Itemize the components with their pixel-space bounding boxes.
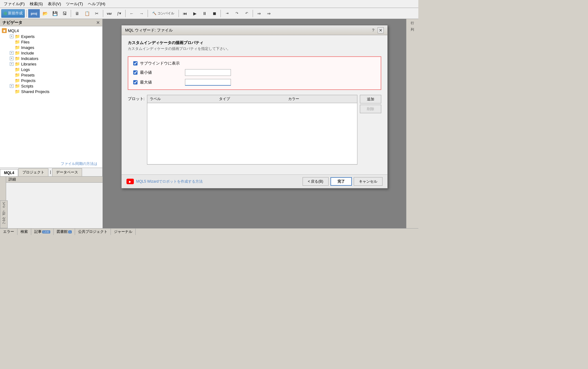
tree-item-libraries[interactable]: + 📁 Libraries: [0, 61, 102, 67]
expand-include-icon[interactable]: +: [10, 51, 13, 55]
plot-table-body: [147, 103, 357, 164]
back-button[interactable]: ←: [127, 9, 136, 18]
save-button[interactable]: 💾: [50, 9, 59, 18]
mql4-icon: ◆: [2, 28, 7, 33]
tree-label-files: Files: [21, 40, 29, 44]
modal-overlay: MQL ウィザード: ファイル ? ✕ カスタムインディケータの描画プロパティ …: [103, 19, 406, 228]
tree-item-indicators[interactable]: + 📁 Indicators: [0, 56, 102, 61]
compile-button[interactable]: 🔨 コンパイル: [149, 9, 177, 18]
tree-item-presets[interactable]: 📁 Presets: [0, 72, 102, 78]
toolbar-sep-2: [71, 10, 71, 17]
modal-help-button[interactable]: ?: [370, 27, 376, 33]
menu-help[interactable]: ヘルプ(H): [85, 1, 108, 7]
subwindow-checkbox[interactable]: [133, 61, 138, 65]
modal-desc-sub: カスタムインディケータの描画プロパティを指定して下さい。: [128, 46, 381, 51]
back-button[interactable]: < 戻る(B): [303, 177, 328, 186]
pause-button[interactable]: ⏸: [200, 9, 209, 18]
tree-label-shared-projects: Shared Projects: [21, 89, 50, 94]
status-tab-public-projects[interactable]: 公共プロジェクト: [75, 229, 111, 235]
step-over-button[interactable]: ↷: [232, 9, 241, 18]
play-button[interactable]: ▶: [190, 9, 199, 18]
navigator-tree: ◆ MQL4 + 📁 Experts 📁 Files: [0, 26, 102, 160]
menu-search[interactable]: 検索(S): [27, 1, 45, 7]
finish-button[interactable]: 完了: [330, 177, 352, 186]
tree-item-logs[interactable]: 📁 Logs: [0, 67, 102, 72]
edit2-button[interactable]: 📋: [82, 9, 92, 18]
main-layout: ナビゲータ ✕ ◆ MQL4 + 📁 Experts: [0, 19, 418, 228]
wizard-link[interactable]: ▶ MQL5 Wizardでロボットを作成する方法: [126, 179, 203, 184]
stop-button[interactable]: ⏹: [210, 9, 219, 18]
modal-close-button[interactable]: ✕: [378, 27, 384, 33]
navigator-bottom-tabs: MQL4 プロジェクト | データベース: [0, 168, 102, 176]
tree-item-include[interactable]: + 📁 Include: [0, 50, 102, 56]
min-value-input[interactable]: [185, 69, 231, 76]
modal-highlight-section: サブウインドウに表示 最小値 最大値: [128, 56, 381, 90]
modal-footer-buttons: < 戻る(B) 完了 キャンセル: [303, 177, 382, 186]
menu-tools[interactable]: ツール(T): [63, 1, 85, 7]
folder-projects-icon: 📁: [15, 78, 20, 83]
status-tab-articles[interactable]: 記事 1330: [31, 229, 54, 235]
status-tab-library[interactable]: 図書館 1: [54, 229, 75, 235]
save-all-button[interactable]: 🖫: [60, 9, 69, 18]
plot-table-container: ラベル タイプ カラー: [147, 95, 357, 165]
toolbar-sep-3: [103, 10, 103, 17]
open-button[interactable]: proj: [28, 9, 40, 18]
nav1-button[interactable]: ⇒: [254, 9, 264, 18]
navigator-close-icon[interactable]: ✕: [96, 20, 100, 25]
status-tab-public-projects-label: 公共プロジェクト: [78, 229, 107, 234]
tree-item-experts[interactable]: + 📁 Experts: [0, 34, 102, 39]
status-tab-search[interactable]: 検索: [17, 229, 31, 235]
tree-item-projects[interactable]: 📁 Projects: [0, 78, 102, 83]
toolbox-tab[interactable]: ツールボックス: [0, 200, 8, 228]
details-content: [6, 183, 103, 228]
edit1-button[interactable]: 🖥: [73, 9, 82, 18]
status-bar: エラー 検索 記事 1330 図書館 1 公共プロジェクト ジャーナル: [0, 228, 418, 235]
max-value-input[interactable]: [185, 79, 231, 86]
tree-label-libraries: Libraries: [21, 62, 36, 66]
tree-root-mql4[interactable]: ◆ MQL4: [0, 28, 102, 34]
menu-view[interactable]: 表示(V): [45, 1, 63, 7]
tree-item-shared-projects[interactable]: 📁 Shared Projects: [0, 89, 102, 94]
sync-link[interactable]: ファイル同期の方法は: [58, 160, 100, 167]
open-folder-button[interactable]: 📂: [40, 9, 50, 18]
details-area: ツールボックス 詳細: [0, 176, 103, 228]
expand-indicators-icon[interactable]: +: [10, 57, 13, 60]
start-button[interactable]: ⏮: [180, 9, 190, 18]
nav2-button[interactable]: ⇒: [264, 9, 273, 18]
func-button[interactable]: ƒ▾: [115, 9, 124, 18]
tab-separator: |: [49, 168, 52, 176]
tree-label-indicators: Indicators: [21, 56, 38, 61]
status-tab-journal[interactable]: ジャーナル: [111, 229, 136, 235]
expand-scripts-icon[interactable]: +: [10, 84, 13, 88]
new-button[interactable]: ⊕ 新規作成: [1, 9, 25, 18]
max-checkbox[interactable]: [133, 80, 138, 84]
tab-mql4[interactable]: MQL4: [0, 169, 18, 176]
cut-button[interactable]: ✂: [92, 9, 101, 18]
modal-body: カスタムインディケータの描画プロパティ カスタムインディケータの描画プロパティを…: [122, 35, 387, 174]
tree-item-scripts[interactable]: + 📁 Scripts: [0, 83, 102, 89]
cancel-button[interactable]: キャンセル: [354, 177, 383, 186]
modal-footer: ▶ MQL5 Wizardでロボットを作成する方法 < 戻る(B) 完了 キャン…: [122, 174, 387, 188]
expand-experts-icon[interactable]: +: [10, 35, 13, 38]
menu-file[interactable]: ファイル(F): [1, 1, 27, 7]
expand-libraries-icon[interactable]: +: [10, 62, 13, 66]
add-plot-button[interactable]: 追加: [360, 95, 381, 103]
tree-item-images[interactable]: 📁 Images: [0, 45, 102, 50]
step-into-button[interactable]: ⇥: [222, 9, 232, 18]
tree-item-files[interactable]: 📁 Files: [0, 39, 102, 45]
tree-label-include: Include: [21, 51, 34, 55]
tab-database[interactable]: データベース: [52, 168, 82, 176]
col-label: 列: [410, 27, 415, 32]
var-button[interactable]: var: [105, 9, 114, 18]
min-checkbox[interactable]: [133, 70, 138, 75]
navigator-title: ナビゲータ: [2, 20, 22, 25]
max-row: 最大値: [133, 79, 376, 86]
folder-logs-icon: 📁: [15, 67, 20, 72]
plot-table-empty-row: [147, 103, 357, 164]
delete-plot-button[interactable]: 削除: [360, 105, 381, 113]
status-tab-error[interactable]: エラー: [0, 229, 17, 235]
status-tab-error-label: エラー: [3, 229, 14, 234]
forward-button[interactable]: →: [137, 9, 146, 18]
step-out-button[interactable]: ↶: [242, 9, 251, 18]
tab-project[interactable]: プロジェクト: [18, 168, 48, 176]
